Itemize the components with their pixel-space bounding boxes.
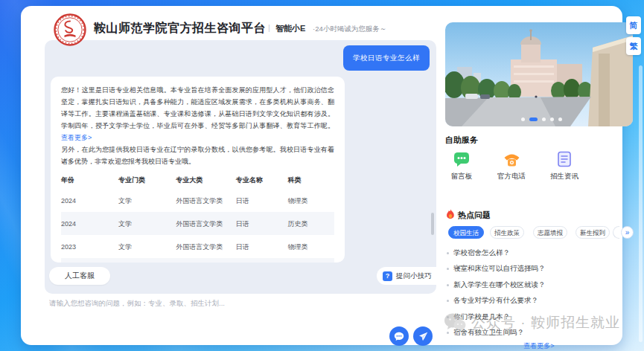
university-seal-logo: [54, 13, 86, 46]
tab-partial: [613, 226, 619, 239]
phone-icon: [503, 150, 521, 168]
bullet-dot: [447, 284, 449, 286]
flame-icon: [446, 209, 455, 219]
question-item[interactable]: 你们学校是几本？: [447, 313, 634, 321]
carousel-dot[interactable]: [521, 117, 525, 121]
carousel-dot-active[interactable]: [529, 117, 538, 121]
page-title: 鞍山师范学院官方招生咨询平台: [94, 21, 266, 36]
table-row: 2023文学外国语言文学类日语物理类: [61, 235, 334, 258]
main-card: 鞍山师范学院官方招生咨询平台 | 智能小E ·24小时竭诚为您服务～ 学校日语专…: [21, 6, 622, 345]
admission-news-icon: [555, 150, 573, 168]
carousel-dot[interactable]: [542, 117, 546, 121]
carousel-dot[interactable]: [550, 117, 554, 121]
tabs-next-button[interactable]: »: [621, 226, 634, 239]
bullet-dot: [447, 316, 449, 318]
title-divider: |: [268, 23, 270, 32]
table-row: 2024文学外国语言文学类日语历史类: [61, 212, 334, 235]
reply-paragraph-2: 另外，在此为您提供我校日语专业在辽宁的录取分数线，以供您参考呢。我校日语专业有着…: [61, 144, 334, 167]
col-group: 专业大类: [176, 171, 236, 189]
hot-question-list: 学校宿舍怎么样？ 寝室和床位可以自行选择吗？ 新入学学生在哪个校区就读？ 各专业…: [447, 249, 634, 345]
table-row: 2024文学外国语言文学类日语物理类: [61, 189, 334, 212]
chat-scrollbar-thumb[interactable]: [431, 213, 434, 235]
col-year: 年份: [61, 171, 118, 189]
human-service-button[interactable]: 人工客服: [49, 267, 110, 285]
bullet-dot: [447, 300, 449, 302]
user-message-bubble: 学校日语专业怎么样: [343, 45, 430, 71]
tab-freshman-checkin[interactable]: 新生报到: [576, 226, 610, 239]
bullet-dot: [447, 332, 449, 334]
lang-traditional-button[interactable]: 繁: [626, 37, 641, 55]
page-scrollbar[interactable]: [639, 65, 643, 342]
question-item[interactable]: 寝室和床位可以自行选择吗？: [447, 265, 634, 273]
question-mark-icon: ?: [383, 271, 392, 281]
question-item[interactable]: 各专业对学分有什么要求？: [447, 297, 634, 305]
tab-campus-life[interactable]: 校园生活: [448, 226, 484, 239]
table-row: 2023文学外国语言文学类日语历史类: [61, 258, 334, 263]
service-message-board[interactable]: 留言板: [441, 150, 482, 181]
tab-application[interactable]: 志愿填报: [533, 226, 567, 239]
question-item[interactable]: 学校宿舍怎么样？: [447, 249, 634, 257]
hot-questions-title: 热点问题: [458, 210, 491, 221]
service-tagline: ·24小时竭诚为您服务～: [313, 25, 386, 34]
see-more-link[interactable]: 查看更多>: [61, 134, 92, 141]
col-major: 专业名称: [236, 171, 288, 189]
quick-phrase-button[interactable]: [389, 326, 409, 346]
bot-reply-bubble: 您好！这里是日语专业相关信息哦。本专业旨在培养全面发展的应用型人才，他们政治信念…: [51, 77, 345, 263]
col-category: 专业门类: [118, 171, 176, 189]
lang-simplified-button[interactable]: 简: [626, 16, 641, 34]
campus-photo-carousel: [445, 22, 633, 126]
sidebar-see-more-link[interactable]: 查看更多>: [445, 341, 633, 351]
message-input[interactable]: [49, 296, 377, 309]
bullet-dot: [447, 268, 449, 270]
admission-score-table: 年份 专业门类 专业大类 专业名称 科类 2024文学外国语言文学类日语物理类 …: [61, 171, 334, 263]
question-item[interactable]: 新入学学生在哪个校区就读？: [447, 281, 634, 289]
message-board-icon: [453, 150, 471, 168]
carousel-dot[interactable]: [558, 117, 562, 121]
table-header-row: 年份 专业门类 专业大类 专业名称 科类: [61, 171, 334, 189]
send-button[interactable]: [413, 326, 433, 346]
question-item[interactable]: 宿舍有独立卫生间吗？: [447, 329, 634, 337]
bot-name: 智能小E: [275, 23, 305, 34]
service-official-phone[interactable]: 官方电话: [491, 150, 532, 181]
campus-photo: [445, 22, 633, 126]
col-subject: 科类: [288, 171, 334, 189]
service-admission-news[interactable]: 招生资讯: [543, 150, 585, 181]
page-background: 鞍山师范学院官方招生咨询平台 | 智能小E ·24小时竭诚为您服务～ 学校日语专…: [0, 0, 644, 351]
tab-admission-policy[interactable]: 招生政策: [490, 226, 524, 239]
self-service-title: 自助服务: [445, 135, 478, 146]
send-plane-icon: [418, 332, 428, 341]
chat-bubble-icon: [394, 332, 404, 341]
reply-paragraph-1: 您好！这里是日语专业相关信息哦。本专业旨在培养全面发展的应用型人才，他们政治信念…: [61, 84, 334, 144]
bullet-dot: [447, 252, 449, 254]
ask-tips-button[interactable]: ? 提问小技巧: [377, 267, 436, 285]
